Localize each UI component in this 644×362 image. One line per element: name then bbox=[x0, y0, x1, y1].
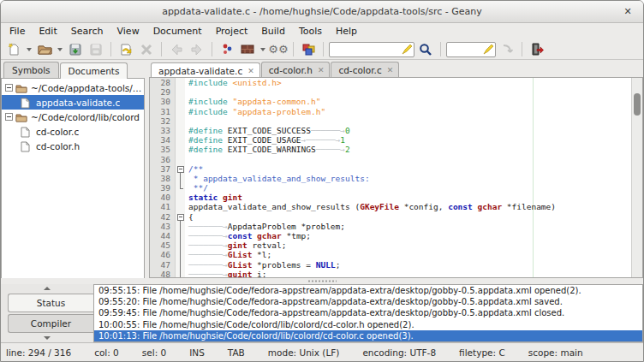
tree-item-file[interactable]: appdata-validate.c bbox=[2, 95, 144, 110]
fold-margin[interactable] bbox=[176, 260, 185, 270]
window-close-button[interactable]: ✕ bbox=[621, 5, 635, 19]
menu-build[interactable]: Build bbox=[254, 23, 292, 39]
save-all-button[interactable] bbox=[86, 41, 105, 58]
line-number: 42 bbox=[150, 212, 176, 222]
code-line[interactable]: 43───────→AppdataProblem *problem; bbox=[150, 222, 642, 231]
fold-margin[interactable] bbox=[176, 164, 185, 174]
code-line[interactable]: 32 bbox=[150, 116, 642, 126]
editor-tab-cd-color.h[interactable]: cd-color.h✕ bbox=[261, 62, 331, 77]
open-file-dropdown[interactable] bbox=[56, 41, 64, 58]
code-line[interactable]: 34#define EXIT_CODE_USAGE→──────→1 bbox=[150, 135, 642, 145]
code-line[interactable]: 33#define EXIT_CODE_SUCCESS──────→0 bbox=[150, 126, 642, 135]
menu-edit[interactable]: Edit bbox=[32, 23, 63, 39]
log-row[interactable]: 09:59:45: File /home/hughsie/Code/fedora… bbox=[94, 307, 642, 318]
tree-expander-icon[interactable] bbox=[5, 84, 13, 92]
search-input[interactable] bbox=[329, 42, 414, 57]
sidebar-tab-documents[interactable]: Documents bbox=[60, 62, 128, 79]
menu-help[interactable]: Help bbox=[329, 23, 364, 39]
tab-close-icon[interactable]: ✕ bbox=[318, 67, 325, 74]
find-button[interactable] bbox=[416, 41, 435, 58]
nav-back-button[interactable] bbox=[167, 41, 186, 58]
menu-file[interactable]: File bbox=[3, 23, 32, 39]
goto-line-button[interactable] bbox=[498, 41, 516, 58]
code-line[interactable]: 48───────→guint i; bbox=[150, 270, 642, 278]
fold-margin bbox=[176, 145, 185, 154]
log-row[interactable]: 09:55:20: File /home/hughsie/Code/fedora… bbox=[94, 296, 642, 307]
new-document-button[interactable] bbox=[4, 41, 23, 58]
panel-tab-compiler[interactable]: Compiler bbox=[8, 314, 93, 333]
fold-margin[interactable] bbox=[176, 270, 185, 278]
code-line[interactable]: 44───────→const gchar *tmp; bbox=[150, 231, 642, 240]
color-chooser-button[interactable] bbox=[299, 41, 318, 58]
code-line[interactable]: 47───────→GList *problems = NULL; bbox=[150, 260, 642, 270]
build-button[interactable] bbox=[238, 41, 257, 58]
execute-button[interactable]: ⚙⚙ bbox=[269, 41, 288, 58]
nav-forward-button[interactable] bbox=[188, 41, 206, 58]
code-line[interactable]: 35#define EXIT_CODE_WARNINGS─────→2 bbox=[150, 145, 642, 154]
fold-margin[interactable] bbox=[176, 222, 185, 231]
fold-margin[interactable] bbox=[176, 212, 185, 222]
tree-expander-icon[interactable] bbox=[5, 113, 13, 121]
tree-item-folder[interactable]: ~/Code/colord/lib/colord bbox=[2, 110, 144, 124]
code-editor[interactable]: 28#include <unistd.h>2930#include "appda… bbox=[149, 77, 643, 278]
code-line[interactable]: 29 bbox=[150, 87, 642, 97]
code-line[interactable]: 38 * appdata_validate_and_show_results: bbox=[150, 174, 642, 183]
menu-document[interactable]: Document bbox=[146, 23, 209, 39]
tree-item-label: ~/Code/colord/lib/colord bbox=[31, 112, 140, 122]
fold-margin[interactable] bbox=[176, 183, 185, 193]
code-line[interactable]: 36 bbox=[150, 155, 642, 164]
panel-splitter[interactable] bbox=[1, 278, 643, 284]
code-token: #include bbox=[188, 107, 228, 116]
tab-close-icon[interactable]: ✕ bbox=[387, 67, 394, 74]
code-line[interactable]: 31#include "appdata-problem.h" bbox=[150, 107, 642, 116]
compile-button[interactable] bbox=[218, 41, 236, 58]
quit-button[interactable] bbox=[528, 41, 546, 58]
editor-tab-cd-color.c[interactable]: cd-color.c✕ bbox=[331, 62, 399, 77]
editor-vscrollbar[interactable] bbox=[631, 78, 642, 277]
fold-margin[interactable] bbox=[176, 231, 185, 240]
log-row[interactable]: 10:01:13: File /home/hughsie/Code/colord… bbox=[94, 330, 642, 341]
code-text: static gint bbox=[185, 193, 242, 202]
editor-tab-appdata-validate.c[interactable]: appdata-validate.c✕ bbox=[151, 62, 260, 78]
title-bar[interactable]: appdata-validate.c - /home/hughsie/Code/… bbox=[1, 1, 643, 23]
menu-tools[interactable]: Tools bbox=[292, 23, 329, 39]
scrollbar-thumb[interactable] bbox=[634, 93, 641, 116]
log-row[interactable]: 09:55:15: File /home/hughsie/Code/fedora… bbox=[94, 285, 642, 296]
menu-project[interactable]: Project bbox=[209, 23, 255, 39]
code-text: #include <unistd.h> bbox=[185, 78, 282, 87]
code-line[interactable]: 28#include <unistd.h> bbox=[150, 78, 642, 87]
code-line[interactable]: 40static gint bbox=[150, 193, 642, 202]
open-file-button[interactable] bbox=[35, 41, 54, 58]
tree-item-file[interactable]: cd-color.c bbox=[2, 124, 144, 139]
log-row[interactable]: 10:00:55: File /home/hughsie/Code/colord… bbox=[94, 319, 642, 330]
tree-item-file[interactable]: cd-color.h bbox=[2, 139, 144, 153]
menu-view[interactable]: View bbox=[110, 23, 146, 39]
new-document-dropdown[interactable] bbox=[25, 41, 33, 58]
code-line[interactable]: 39 **/ bbox=[150, 183, 642, 193]
code-line[interactable]: 45───────→gint retval; bbox=[150, 240, 642, 250]
tabs-scroll-up-icon[interactable] bbox=[1, 284, 93, 293]
fold-margin[interactable] bbox=[176, 174, 185, 183]
build-dropdown[interactable] bbox=[259, 41, 267, 58]
fold-margin[interactable] bbox=[176, 240, 185, 250]
panel-tab-status[interactable]: Status bbox=[8, 294, 93, 312]
code-line[interactable]: 41appdata_validate_and_show_results (GKe… bbox=[150, 202, 642, 211]
code-text: #include "appdata-problem.h" bbox=[185, 107, 325, 116]
close-document-button[interactable] bbox=[137, 41, 156, 58]
tabs-scroll-down-icon[interactable] bbox=[1, 334, 93, 342]
code-line[interactable]: 42{ bbox=[150, 212, 642, 222]
menu-search[interactable]: Search bbox=[64, 23, 110, 39]
code-text: ───────→guint i; bbox=[185, 270, 267, 278]
tab-close-icon[interactable]: ✕ bbox=[247, 68, 254, 75]
code-line[interactable]: 30#include "appdata-common.h" bbox=[150, 97, 642, 106]
code-line[interactable]: 46───────→GList *l; bbox=[150, 250, 642, 259]
line-number: 32 bbox=[150, 116, 176, 126]
statusbar-item: TAB bbox=[228, 347, 245, 358]
revert-button[interactable] bbox=[116, 41, 135, 58]
fold-margin[interactable] bbox=[176, 250, 185, 259]
tree-item-folder[interactable]: ~/Code/appdata-tools/src bbox=[2, 80, 144, 95]
save-button[interactable] bbox=[66, 41, 85, 58]
sidebar-tab-symbols[interactable]: Symbols bbox=[3, 62, 59, 78]
code-line[interactable]: 37/** bbox=[150, 164, 642, 174]
goto-line-input[interactable] bbox=[446, 42, 496, 57]
